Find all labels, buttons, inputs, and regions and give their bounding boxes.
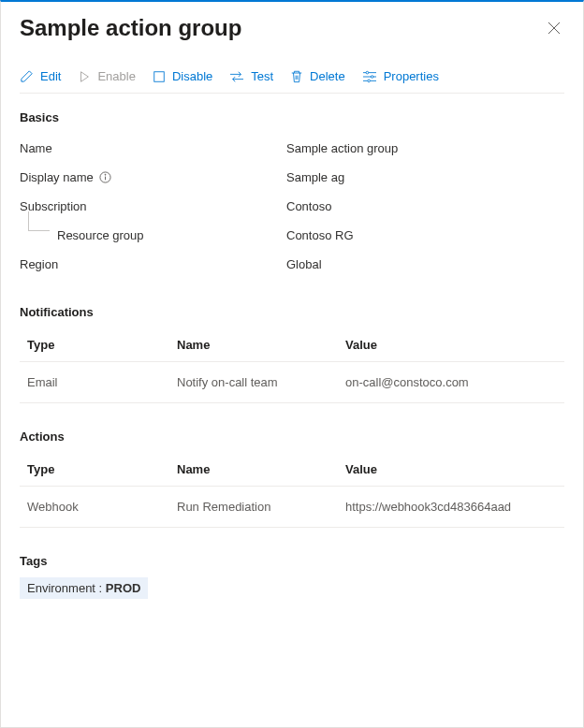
resource-group-label: Resource group: [20, 228, 286, 242]
th-type: Type: [20, 328, 169, 362]
tag-key: Environment: [27, 581, 95, 595]
basics-row-region: Region Global: [20, 250, 564, 279]
cell-type: Webhook: [20, 487, 169, 528]
play-icon: [78, 70, 91, 83]
name-value: Sample action group: [286, 141, 398, 155]
trash-icon: [290, 69, 303, 83]
actions-table: Type Name Value Webhook Run Remediation …: [20, 453, 564, 528]
close-button[interactable]: [544, 18, 564, 38]
notifications-heading: Notifications: [20, 305, 564, 319]
table-row: Webhook Run Remediation https://webhook3…: [20, 487, 564, 528]
edit-label: Edit: [40, 69, 61, 83]
subscription-label: Subscription: [20, 199, 286, 213]
pencil-icon: [20, 69, 34, 83]
toolbar: Edit Enable Disable Test Delete Properti…: [20, 62, 564, 94]
test-button[interactable]: Test: [229, 69, 273, 83]
info-icon[interactable]: [99, 171, 111, 183]
actions-heading: Actions: [20, 430, 564, 444]
stop-icon: [153, 70, 166, 83]
svg-point-6: [371, 75, 373, 78]
cell-value: https://webhook3cd483664aad: [338, 487, 564, 528]
svg-rect-2: [154, 71, 165, 81]
cell-name: Notify on-call team: [169, 362, 338, 403]
basics-row-name: Name Sample action group: [20, 134, 564, 163]
delete-label: Delete: [310, 69, 345, 83]
cell-name: Run Remediation: [169, 487, 338, 528]
disable-label: Disable: [172, 69, 212, 83]
basics-row-resource-group: Resource group Contoso RG: [20, 221, 564, 250]
close-icon: [548, 22, 561, 35]
region-value: Global: [286, 257, 322, 271]
cell-type: Email: [20, 362, 169, 403]
enable-button: Enable: [78, 69, 135, 83]
th-name: Name: [169, 453, 338, 487]
svg-point-11: [105, 174, 106, 175]
th-type: Type: [20, 453, 169, 487]
svg-point-4: [366, 71, 369, 74]
th-name: Name: [169, 328, 338, 362]
display-name-value: Sample ag: [286, 170, 344, 184]
tag-value: PROD: [106, 581, 141, 595]
sliders-icon: [362, 70, 377, 83]
th-value: Value: [338, 328, 564, 362]
disable-button[interactable]: Disable: [153, 69, 212, 83]
properties-label: Properties: [384, 69, 439, 83]
basics-row-display-name: Display name Sample ag: [20, 163, 564, 192]
test-label: Test: [251, 69, 273, 83]
tags-list: Environment : PROD: [20, 577, 564, 599]
properties-button[interactable]: Properties: [362, 69, 439, 83]
tag-chip[interactable]: Environment : PROD: [20, 577, 148, 599]
tags-heading: Tags: [20, 554, 564, 568]
enable-label: Enable: [97, 69, 135, 83]
basics-row-subscription: Subscription Contoso: [20, 192, 564, 221]
table-row: Email Notify on-call team on-call@consto…: [20, 362, 564, 403]
resource-group-value: Contoso RG: [286, 228, 354, 242]
panel-header: Sample action group: [20, 15, 564, 41]
swap-icon: [229, 70, 244, 83]
page-title: Sample action group: [20, 15, 241, 41]
cell-value: on-call@constoco.com: [338, 362, 564, 403]
name-label: Name: [20, 141, 286, 155]
notifications-table: Type Name Value Email Notify on-call tea…: [20, 328, 564, 403]
svg-point-8: [367, 80, 370, 82]
subscription-value: Contoso: [286, 199, 331, 213]
display-name-label: Display name: [20, 170, 286, 184]
region-label: Region: [20, 257, 286, 271]
delete-button[interactable]: Delete: [290, 69, 345, 83]
edit-button[interactable]: Edit: [20, 69, 61, 83]
th-value: Value: [338, 453, 564, 487]
basics-heading: Basics: [20, 110, 564, 124]
